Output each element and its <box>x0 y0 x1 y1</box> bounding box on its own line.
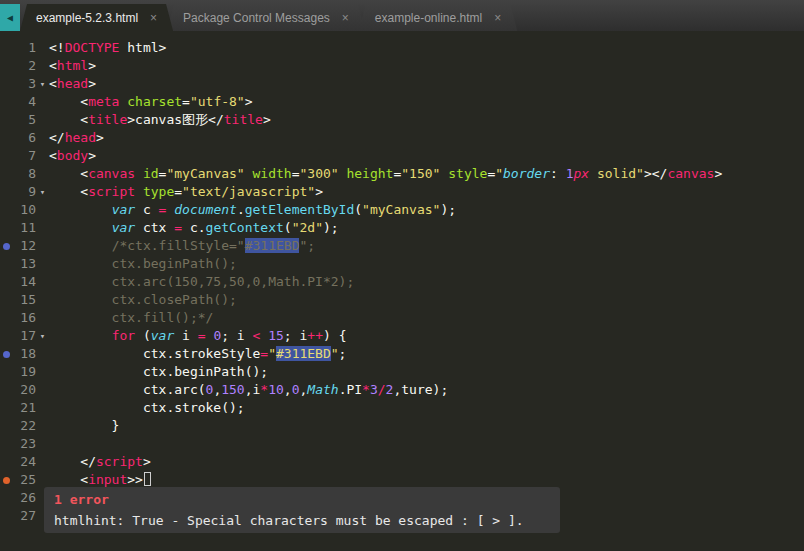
code-text: <meta charset="utf-8"> <box>49 93 804 111</box>
line-number: 6 <box>0 129 36 147</box>
line-number: 27 <box>0 507 36 525</box>
code-line[interactable]: 3▾<head> <box>0 75 804 93</box>
line-number: 15 <box>0 291 36 309</box>
line-number: 13 <box>0 255 36 273</box>
fold-spacer <box>36 147 49 165</box>
bookmark-marker-dot <box>3 351 10 358</box>
tab-strip: example-5.2.3.html×Package Control Messa… <box>20 4 511 31</box>
line-number: 2 <box>0 57 36 75</box>
code-line[interactable]: 22 } <box>0 417 804 435</box>
tab-label: Package Control Messages <box>183 11 330 25</box>
code-text: <!DOCTYPE html> <box>49 39 804 57</box>
code-text: ctx.beginPath(); <box>49 363 804 381</box>
fold-arrow-icon[interactable]: ▾ <box>36 327 49 345</box>
tab-close-icon[interactable]: × <box>342 11 349 25</box>
code-line[interactable]: 23 <box>0 435 804 453</box>
tab-bar: ◀ example-5.2.3.html×Package Control Mes… <box>0 0 804 31</box>
line-number: 24 <box>0 453 36 471</box>
fold-spacer <box>36 201 49 219</box>
code-line[interactable]: 12 /*ctx.fillStyle="#311EBD"; <box>0 237 804 255</box>
fold-spacer <box>36 435 49 453</box>
fold-spacer <box>36 39 49 57</box>
code-line[interactable]: 16 ctx.fill();*/ <box>0 309 804 327</box>
tab-close-icon[interactable]: × <box>494 11 501 25</box>
code-text: <canvas id="myCanvas" width="300" height… <box>49 165 804 183</box>
tab-label: example-5.2.3.html <box>36 11 138 25</box>
line-number: 17 <box>0 327 36 345</box>
code-line[interactable]: 21 ctx.stroke(); <box>0 399 804 417</box>
code-text: ctx.closePath(); <box>49 291 804 309</box>
text-caret <box>144 472 151 486</box>
fold-spacer <box>36 57 49 75</box>
code-line[interactable]: 15 ctx.closePath(); <box>0 291 804 309</box>
code-line[interactable]: 13 ctx.beginPath(); <box>0 255 804 273</box>
code-line[interactable]: 10 var c = document.getElementById("myCa… <box>0 201 804 219</box>
code-line[interactable]: 11 var ctx = c.getContext("2d"); <box>0 219 804 237</box>
tab-package-control-messages[interactable]: Package Control Messages× <box>167 4 365 31</box>
line-number: 7 <box>0 147 36 165</box>
error-marker-dot <box>3 477 10 484</box>
code-text: </script> <box>49 453 804 471</box>
code-text: <body> <box>49 147 804 165</box>
tab-example-online.html[interactable]: example-online.html× <box>359 4 517 31</box>
code-line[interactable]: 4 <meta charset="utf-8"> <box>0 93 804 111</box>
fold-arrow-icon[interactable]: ▾ <box>36 75 49 93</box>
lint-error-count: 1 error <box>54 489 550 510</box>
code-text: ctx.arc(150,75,50,0,Math.PI*2); <box>49 273 804 291</box>
line-number: 26 <box>0 489 36 507</box>
code-text <box>49 435 804 453</box>
line-number: 1 <box>0 39 36 57</box>
code-text: /*ctx.fillStyle="#311EBD"; <box>49 237 804 255</box>
fold-spacer <box>36 399 49 417</box>
code-text: var c = document.getElementById("myCanva… <box>49 201 804 219</box>
line-number: 23 <box>0 435 36 453</box>
code-text: </head> <box>49 129 804 147</box>
fold-spacer <box>36 273 49 291</box>
line-number: 21 <box>0 399 36 417</box>
line-number: 3 <box>0 75 36 93</box>
line-number: 4 <box>0 93 36 111</box>
tab-example-5.2.3.html[interactable]: example-5.2.3.html× <box>20 4 173 31</box>
line-number: 19 <box>0 363 36 381</box>
fold-spacer <box>36 345 49 363</box>
fold-spacer <box>36 309 49 327</box>
tab-scroll-left-button[interactable]: ◀ <box>0 4 20 31</box>
line-number: 10 <box>0 201 36 219</box>
code-line[interactable]: 20 ctx.arc(0,150,i*10,0,Math.PI*3/2,ture… <box>0 381 804 399</box>
code-line[interactable]: 8 <canvas id="myCanvas" width="300" heig… <box>0 165 804 183</box>
code-line[interactable]: 19 ctx.beginPath(); <box>0 363 804 381</box>
tab-label: example-online.html <box>375 11 482 25</box>
fold-spacer <box>36 219 49 237</box>
code-text: <head> <box>49 75 804 93</box>
line-number: 14 <box>0 273 36 291</box>
code-line[interactable]: 18 ctx.strokeStyle="#311EBD"; <box>0 345 804 363</box>
fold-spacer <box>36 237 49 255</box>
tab-close-icon[interactable]: × <box>150 11 157 25</box>
code-line[interactable]: 9▾ <script type="text/javascript"> <box>0 183 804 201</box>
code-line[interactable]: 24 </script> <box>0 453 804 471</box>
code-line[interactable]: 5 <title>canvas图形</title> <box>0 111 804 129</box>
code-text: <html> <box>49 57 804 75</box>
code-line[interactable]: 7<body> <box>0 147 804 165</box>
fold-spacer <box>36 291 49 309</box>
code-text: ctx.beginPath(); <box>49 255 804 273</box>
fold-spacer <box>36 111 49 129</box>
code-text: <script type="text/javascript"> <box>49 183 804 201</box>
code-text: var ctx = c.getContext("2d"); <box>49 219 804 237</box>
fold-spacer <box>36 93 49 111</box>
line-number: 8 <box>0 165 36 183</box>
code-line[interactable]: 14 ctx.arc(150,75,50,0,Math.PI*2); <box>0 273 804 291</box>
line-number: 16 <box>0 309 36 327</box>
code-text: } <box>49 417 804 435</box>
code-area[interactable]: 1<!DOCTYPE html>2<html>3▾<head>4 <meta c… <box>0 39 804 525</box>
code-text: <title>canvas图形</title> <box>49 111 804 129</box>
editor[interactable]: 1<!DOCTYPE html>2<html>3▾<head>4 <meta c… <box>0 31 804 525</box>
line-number: 5 <box>0 111 36 129</box>
lint-error-message: htmlhint: True - Special characters must… <box>54 510 550 531</box>
fold-arrow-icon[interactable]: ▾ <box>36 183 49 201</box>
code-line[interactable]: 17▾ for (var i = 0; i < 15; i++) { <box>0 327 804 345</box>
code-line[interactable]: 1<!DOCTYPE html> <box>0 39 804 57</box>
code-line[interactable]: 6</head> <box>0 129 804 147</box>
code-text: ctx.arc(0,150,i*10,0,Math.PI*3/2,ture); <box>49 381 804 399</box>
code-line[interactable]: 2<html> <box>0 57 804 75</box>
